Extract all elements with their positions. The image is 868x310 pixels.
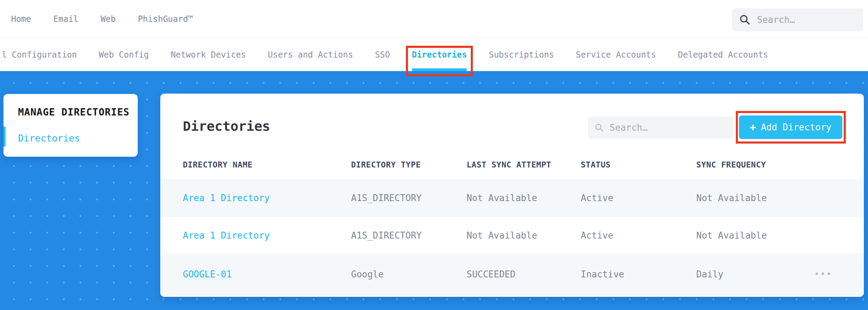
row-actions-ellipsis-icon[interactable]: ••• xyxy=(814,269,832,279)
page-title: Directories xyxy=(183,119,270,134)
sync-frequency-cell: Not Available xyxy=(696,230,767,241)
add-directory-button[interactable]: + Add Directory xyxy=(739,115,842,139)
sidebar-heading: MANAGE DIRECTORIES xyxy=(18,106,129,118)
directories-panel: Directories + Add Directory DIRECTORY NA… xyxy=(160,94,864,297)
last-sync-cell: SUCCEEDED xyxy=(467,269,516,279)
nav-item-email[interactable]: Email xyxy=(53,14,78,24)
tab-delegated-accounts[interactable]: Delegated Accounts xyxy=(678,50,768,60)
directory-name-link[interactable]: Area 1 Directory xyxy=(183,193,270,203)
sync-frequency-cell: Daily xyxy=(696,269,723,279)
tab-users-and-actions[interactable]: Users and Actions xyxy=(268,50,353,60)
panel-search-input[interactable] xyxy=(610,122,727,133)
directory-type-cell: A1S_DIRECTORY xyxy=(351,193,422,203)
sidebar-active-marker xyxy=(3,127,6,147)
tab-email-configuration[interactable]: l Configuration xyxy=(2,50,77,60)
tab-service-accounts[interactable]: Service Accounts xyxy=(576,50,656,60)
col-header-last-sync: LAST SYNC ATTEMPT xyxy=(467,160,551,169)
panel-search[interactable] xyxy=(588,117,733,139)
sidebar-card: MANAGE DIRECTORIES Directories xyxy=(3,94,138,157)
nav-item-phishguard[interactable]: PhishGuard™ xyxy=(138,14,193,24)
plus-icon: + xyxy=(750,122,756,132)
col-header-status: STATUS xyxy=(581,160,611,169)
last-sync-cell: Not Available xyxy=(467,230,537,241)
search-icon xyxy=(594,122,604,133)
tab-network-devices[interactable]: Network Devices xyxy=(171,50,246,60)
directory-name-link[interactable]: GOOGLE-01 xyxy=(183,269,232,279)
col-header-sync-frequency: SYNC FREQUENCY xyxy=(696,160,766,169)
tab-sso[interactable]: SSO xyxy=(375,50,390,60)
add-directory-label: Add Directory xyxy=(761,122,832,132)
top-bar: Home Email Web PhishGuard™ xyxy=(0,0,868,38)
directory-type-cell: Google xyxy=(351,269,384,279)
nav-item-home[interactable]: Home xyxy=(11,14,31,24)
tab-directories-label: Directories xyxy=(412,50,467,60)
tab-directories[interactable]: Directories xyxy=(412,50,467,60)
directory-type-cell: A1S_DIRECTORY xyxy=(351,230,422,241)
page: Home Email Web PhishGuard™ l Configurati… xyxy=(0,0,868,310)
table-row: GOOGLE-01 Google SUCCEEDED Inactive Dail… xyxy=(160,253,864,295)
table-header: DIRECTORY NAME DIRECTORY TYPE LAST SYNC … xyxy=(160,160,864,175)
col-header-directory-type: DIRECTORY TYPE xyxy=(351,160,421,169)
top-nav: Home Email Web PhishGuard™ xyxy=(0,14,193,24)
status-cell: Active xyxy=(581,193,613,203)
active-tab-underline xyxy=(412,68,467,71)
directory-name-link[interactable]: Area 1 Directory xyxy=(183,230,270,241)
status-cell: Active xyxy=(581,230,613,241)
last-sync-cell: Not Available xyxy=(467,193,537,203)
sidebar-item-directories[interactable]: Directories xyxy=(18,133,80,144)
global-search-input[interactable] xyxy=(757,15,856,25)
content-area: MANAGE DIRECTORIES Directories Directori… xyxy=(0,71,868,310)
col-header-directory-name: DIRECTORY NAME xyxy=(183,160,253,169)
tab-subscriptions[interactable]: Subscriptions xyxy=(489,50,554,60)
sync-frequency-cell: Not Available xyxy=(696,193,767,203)
section-tab-bar: l Configuration Web Config Network Devic… xyxy=(0,38,868,71)
search-icon xyxy=(739,14,751,26)
tab-web-config[interactable]: Web Config xyxy=(99,50,149,60)
table-row: Area 1 Directory A1S_DIRECTORY Not Avail… xyxy=(160,217,864,253)
nav-item-web[interactable]: Web xyxy=(101,14,116,24)
global-search[interactable] xyxy=(732,8,863,31)
table-row: Area 1 Directory A1S_DIRECTORY Not Avail… xyxy=(160,179,864,217)
status-cell: Inactive xyxy=(581,269,624,279)
